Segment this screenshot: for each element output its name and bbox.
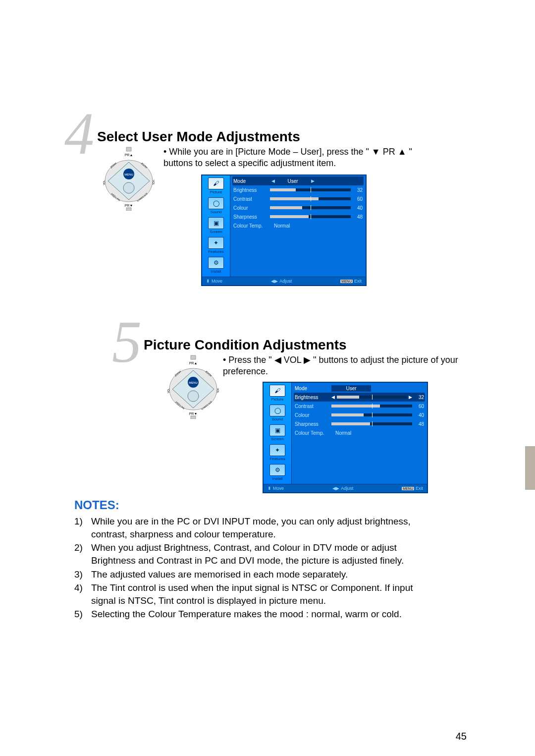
step4-instruction: • While you are in [Picture Mode – User]… — [163, 146, 441, 170]
side-tab-install[interactable]: ⚙ Install — [264, 463, 291, 483]
remote-illustration-4: PR▲ MENU VOL VOL ZOOM ZOOM PREV PR SCREE… — [99, 146, 159, 213]
svg-text:VOL: VOL — [152, 180, 155, 185]
svg-text:MENU: MENU — [189, 381, 198, 384]
svg-point-16 — [188, 391, 199, 402]
remote-pr-up: PR▲ — [125, 153, 133, 157]
osd-foot-exit: MENU Exit — [340, 279, 362, 284]
side-tab-screen[interactable]: ▣ Screen — [264, 423, 291, 443]
osd-row-brightness[interactable]: Brightness 32 — [232, 185, 364, 194]
sound-icon: ◯ — [208, 197, 224, 209]
step4-number: 4 — [64, 104, 94, 164]
svg-text:VOL: VOL — [103, 180, 106, 185]
osd-row-brightness[interactable]: Brightness ◀ ▶ 32 — [294, 393, 425, 402]
right-arrow-icon[interactable]: ▶ — [310, 177, 316, 184]
side-tab-sound[interactable]: ◯ Sound — [202, 196, 230, 216]
step5-title: Picture Condition Adjustments — [144, 337, 347, 353]
osd-menu-5: 🖌 Picture ◯ Sound ▣ Screen ✦ Features — [263, 382, 428, 493]
svg-text:PR▼: PR▼ — [189, 412, 198, 415]
brush-icon: 🖌 — [208, 177, 224, 189]
side-tab-features[interactable]: ✦ Features — [202, 236, 230, 256]
svg-text:PR▲: PR▲ — [189, 361, 198, 365]
svg-text:VOL: VOL — [216, 388, 219, 393]
install-icon: ⚙ — [208, 257, 224, 269]
step4-title: Select User Mode Adjustments — [97, 129, 300, 145]
osd-row-mode[interactable]: Mode ◀ User ▶ — [232, 176, 364, 185]
osd-menu-4: 🖌 Picture ◯ Sound ▣ Screen ✦ Features — [201, 174, 367, 286]
osd-row-colour[interactable]: Colour 40 — [232, 203, 364, 212]
osd-row-sharpness[interactable]: Sharpness 48 — [232, 212, 364, 221]
osd-row-contrast[interactable]: Contrast 60 — [294, 402, 425, 410]
osd-mode-value: User — [278, 178, 308, 184]
svg-point-3 — [123, 182, 134, 193]
osd-row-colourtemp[interactable]: Colour Temp. Normal — [294, 428, 425, 437]
side-tab-install[interactable]: ⚙ Install — [202, 256, 230, 276]
remote-menu: MENU — [124, 173, 133, 176]
remote-illustration-5: PR▲ MENU VOL VOL ZOOM ZOOM PREV PR SCREE… — [163, 354, 223, 421]
sound-icon: ◯ — [269, 405, 285, 416]
osd-foot-adjust: ◀▶ Adjust — [332, 486, 353, 491]
svg-rect-10 — [126, 208, 131, 211]
notes-list: 1)While you are in the PC or DVI INPUT m… — [74, 515, 431, 621]
svg-rect-0 — [126, 147, 131, 151]
svg-rect-11 — [191, 355, 196, 359]
features-icon: ✦ — [208, 237, 224, 249]
osd-row-colour[interactable]: Colour 40 — [294, 410, 425, 419]
osd-foot-exit: MENU Exit — [402, 486, 423, 491]
install-icon: ⚙ — [269, 464, 285, 476]
side-tab-screen[interactable]: ▣ Screen — [202, 216, 230, 236]
screen-icon: ▣ — [269, 424, 285, 436]
screen-icon: ▣ — [208, 217, 224, 229]
osd-row-mode[interactable]: Mode User — [294, 384, 425, 393]
remote-pr-down: PR▼ — [125, 204, 133, 207]
osd-row-sharpness[interactable]: Sharpness 48 — [294, 419, 425, 428]
side-tab-picture[interactable]: 🖌 Picture — [264, 384, 291, 404]
osd-foot-adjust: ◀▶ Adjust — [271, 279, 292, 284]
step5-number: 5 — [112, 312, 142, 372]
side-tab-picture[interactable]: 🖌 Picture — [202, 176, 230, 196]
osd-row-colourtemp[interactable]: Colour Temp. Normal — [232, 221, 364, 230]
osd-foot-move: ⬍ Move — [206, 279, 222, 284]
features-icon: ✦ — [269, 444, 285, 456]
brush-icon: 🖌 — [269, 385, 285, 397]
osd-mode-value: User — [331, 385, 371, 392]
left-arrow-icon[interactable]: ◀ — [270, 177, 276, 184]
notes-heading: NOTES: — [74, 498, 431, 512]
side-tab-features[interactable]: ✦ Features — [264, 443, 291, 463]
page-side-tab — [525, 446, 535, 490]
svg-text:VOL: VOL — [167, 388, 170, 393]
page-number: 45 — [456, 731, 467, 742]
step5-instruction: • Press the " ◀ VOL ▶ " buttons to adjus… — [223, 354, 471, 378]
side-tab-sound[interactable]: ◯ Sound — [264, 404, 291, 423]
osd-foot-move: ⬍ Move — [268, 486, 284, 491]
svg-rect-24 — [191, 416, 196, 419]
osd-row-contrast[interactable]: Contrast 60 — [232, 194, 364, 203]
